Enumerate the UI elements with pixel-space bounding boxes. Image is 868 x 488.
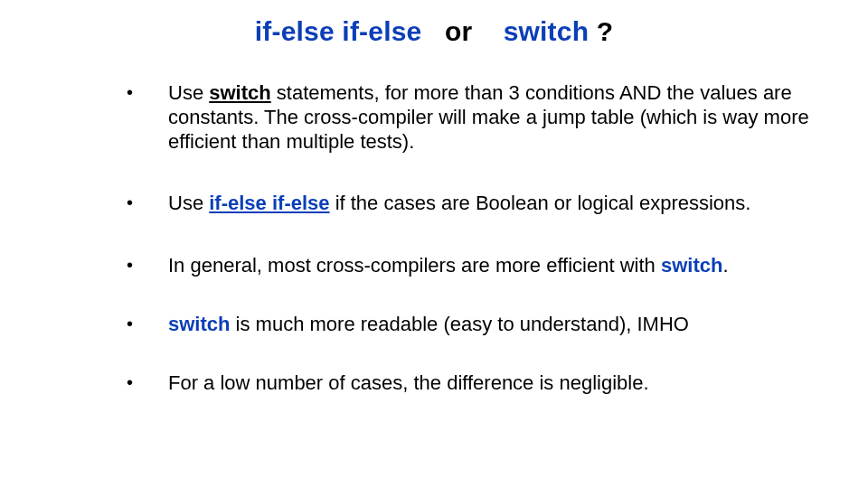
list-item: Use switch statements, for more than 3 c… — [127, 81, 814, 154]
keyword-switch: switch — [209, 81, 270, 104]
title-ifelse: if-else if-else — [255, 16, 422, 46]
bullet-text: if the cases are Boolean or logical expr… — [330, 192, 751, 214]
keyword-switch: switch — [168, 313, 230, 335]
title-qmark: ? — [589, 16, 613, 46]
keyword-ifelse: if-else if-else — [209, 192, 329, 214]
title-switch: switch — [504, 16, 590, 46]
list-item: switch is much more readable (easy to un… — [127, 313, 814, 337]
list-item: In general, most cross-compilers are mor… — [127, 254, 814, 278]
bullet-text: In general, most cross-compilers are mor… — [168, 254, 661, 277]
bullet-text: For a low number of cases, the differenc… — [168, 371, 649, 394]
bullet-text: . — [722, 254, 728, 277]
list-item: For a low number of cases, the differenc… — [127, 371, 814, 396]
keyword-switch: switch — [661, 254, 722, 277]
slide: if-else if-else or switch ? Use switch s… — [0, 0, 868, 488]
bullet-text: Use — [168, 81, 209, 104]
title-or: or — [421, 16, 503, 46]
bullet-text: Use — [168, 192, 209, 214]
list-item: Use if-else if-else if the cases are Boo… — [127, 192, 814, 216]
slide-title: if-else if-else or switch ? — [54, 16, 814, 47]
bullet-list: Use switch statements, for more than 3 c… — [54, 81, 814, 396]
bullet-text: is much more readable (easy to understan… — [230, 313, 688, 335]
